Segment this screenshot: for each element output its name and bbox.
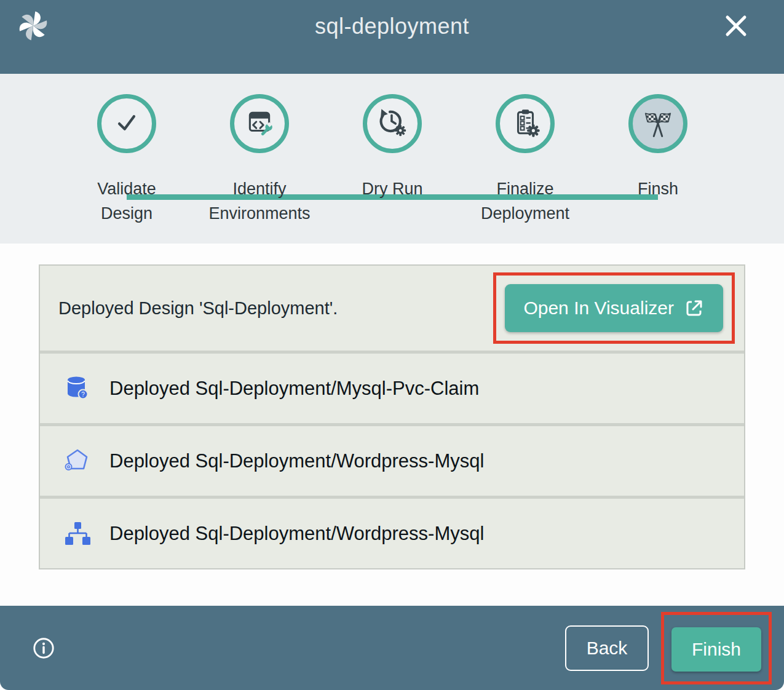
dialog-header: sql-deployment	[0, 0, 784, 74]
database-icon: ?	[63, 374, 92, 403]
deployed-design-message: Deployed Design 'Sql-Deployment'.	[58, 298, 338, 319]
close-icon[interactable]	[724, 14, 748, 38]
wizard-stepper: Validate Design	[0, 74, 784, 244]
step-finsh[interactable]: Finsh	[592, 94, 724, 226]
checkered-flags-icon	[641, 106, 675, 141]
step-label: Finsh	[638, 176, 678, 201]
visualizer-highlight-box: Open In Visualizer	[493, 272, 735, 344]
deployed-resource-row: Deployed Sql-Deployment/Wordpress-Mysql	[40, 496, 744, 568]
step-label: Finalize Deployment	[481, 176, 569, 226]
svg-text:?: ?	[81, 391, 85, 398]
step-label: Validate Design	[97, 176, 156, 226]
step-circle[interactable]	[496, 94, 555, 153]
code-config-icon	[244, 107, 275, 140]
step-identify-environments[interactable]: Identify Environments	[193, 94, 326, 226]
deployment-icon	[63, 519, 92, 549]
deployed-resource-row: Deployed Sql-Deployment/Wordpress-Mysql	[40, 423, 744, 496]
resource-text: Deployed Sql-Deployment/Wordpress-Mysql	[109, 523, 484, 545]
deployed-resource-row: ? Deployed Sql-Deployment/Mysql-Pvc-Clai…	[40, 351, 744, 423]
external-link-icon	[684, 298, 705, 319]
deployed-design-row: Deployed Design 'Sql-Deployment'. Open I…	[40, 266, 744, 351]
check-icon	[111, 106, 143, 141]
step-dry-run[interactable]: Dry Run	[326, 94, 459, 226]
step-label: Identify Environments	[208, 176, 310, 226]
checklist-gear-icon	[510, 107, 540, 140]
resource-text: Deployed Sql-Deployment/Wordpress-Mysql	[109, 450, 484, 472]
open-in-visualizer-button[interactable]: Open In Visualizer	[505, 284, 723, 332]
result-list: Deployed Design 'Sql-Deployment'. Open I…	[39, 264, 745, 569]
step-circle[interactable]	[230, 94, 289, 153]
finish-button[interactable]: Finish	[671, 627, 761, 672]
deployment-results: Deployed Design 'Sql-Deployment'. Open I…	[0, 244, 784, 606]
finish-highlight-box: Finish	[661, 612, 772, 684]
step-circle[interactable]	[363, 94, 422, 153]
step-label: Dry Run	[362, 176, 422, 201]
step-validate-design[interactable]: Validate Design	[60, 94, 193, 226]
history-gear-icon	[377, 107, 408, 140]
back-button[interactable]: Back	[565, 625, 649, 671]
resource-text: Deployed Sql-Deployment/Mysql-Pvc-Claim	[109, 378, 479, 400]
dialog-footer: Back Finish	[0, 606, 784, 690]
step-circle[interactable]	[97, 94, 156, 153]
step-circle[interactable]	[628, 94, 687, 153]
deployment-wizard-dialog: sql-deployment Validate	[0, 0, 784, 690]
info-icon[interactable]	[32, 636, 55, 660]
step-finalize-deployment[interactable]: Finalize Deployment	[459, 94, 592, 226]
pod-icon	[63, 446, 92, 476]
dialog-title: sql-deployment	[0, 14, 784, 39]
